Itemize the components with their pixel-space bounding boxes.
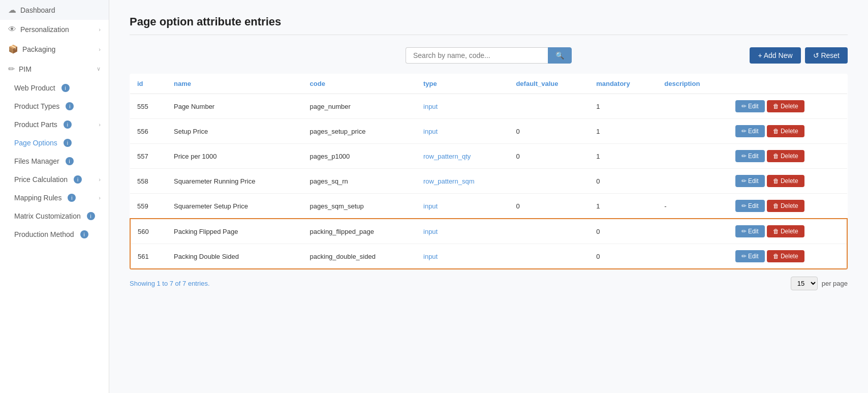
info-badge: i xyxy=(61,84,70,92)
info-badge: i xyxy=(80,230,88,238)
cell-mandatory: 0 xyxy=(589,244,657,269)
cell-default-value: 0 xyxy=(509,144,589,169)
sidebar-item-dashboard[interactable]: ☁ Dashboard xyxy=(0,0,109,20)
cell-type: row_pattern_qty xyxy=(416,144,509,169)
cloud-icon: ☁ xyxy=(8,5,16,15)
edit-button[interactable]: ✏ Edit xyxy=(735,250,765,262)
edit-button[interactable]: ✏ Edit xyxy=(735,125,765,137)
cell-actions: ✏ Edit🗑 Delete xyxy=(728,169,847,194)
cell-type: input xyxy=(416,119,509,144)
col-name[interactable]: name xyxy=(167,74,303,94)
cell-default-value xyxy=(509,169,589,194)
cell-actions: ✏ Edit🗑 Delete xyxy=(728,244,847,269)
sidebar-item-product-parts[interactable]: Product Parts i › xyxy=(0,115,109,134)
cell-type: input xyxy=(416,94,509,119)
edit-button[interactable]: ✏ Edit xyxy=(735,100,765,112)
search-area: 🔍 xyxy=(369,47,608,64)
sidebar-item-label: Packaging xyxy=(22,45,55,53)
delete-button[interactable]: 🗑 Delete xyxy=(767,100,804,112)
toolbar: 🔍 + Add New ↺ Reset xyxy=(130,47,848,64)
cell-type: row_pattern_sqm xyxy=(416,169,509,194)
search-input[interactable] xyxy=(406,47,548,64)
delete-button[interactable]: 🗑 Delete xyxy=(767,200,804,212)
data-table-wrapper: id name code type default_value mandator… xyxy=(130,74,848,269)
cell-actions: ✏ Edit🗑 Delete xyxy=(728,119,847,144)
info-badge: i xyxy=(68,194,76,202)
cell-name: Setup Price xyxy=(167,119,303,144)
sidebar-item-pim[interactable]: ✏ PIM ∨ xyxy=(0,59,109,79)
edit-button[interactable]: ✏ Edit xyxy=(735,175,765,187)
cell-default-value xyxy=(509,94,589,119)
cell-actions: ✏ Edit🗑 Delete xyxy=(728,219,847,244)
add-new-button[interactable]: + Add New xyxy=(750,47,800,64)
col-description[interactable]: description xyxy=(657,74,728,94)
sidebar-item-label: Files Manager xyxy=(14,157,59,165)
delete-button[interactable]: 🗑 Delete xyxy=(767,225,804,237)
sidebar-item-price-calculation[interactable]: Price Calculation i › xyxy=(0,170,109,189)
delete-button[interactable]: 🗑 Delete xyxy=(767,175,804,187)
sidebar-item-personalization[interactable]: 👁 Personalization › xyxy=(0,20,109,39)
eye-icon: 👁 xyxy=(8,25,16,34)
cell-code: pages_setup_price xyxy=(303,119,416,144)
col-actions xyxy=(728,74,847,94)
sidebar-item-page-options[interactable]: Page Options i xyxy=(0,134,109,152)
sidebar-item-packaging[interactable]: 📦 Packaging › xyxy=(0,39,109,59)
showing-text: Showing 1 to 7 of 7 entries. xyxy=(130,280,210,287)
table-header-row: id name code type default_value mandator… xyxy=(130,74,847,94)
sidebar-item-label: PIM xyxy=(19,65,32,73)
info-badge: i xyxy=(87,212,95,220)
edit-button[interactable]: ✏ Edit xyxy=(735,150,765,162)
sidebar-item-matrix-customization[interactable]: Matrix Customization i xyxy=(0,207,109,225)
col-id[interactable]: id xyxy=(130,74,167,94)
cell-mandatory: 0 xyxy=(589,219,657,244)
cell-mandatory: 0 xyxy=(589,169,657,194)
edit-button[interactable]: ✏ Edit xyxy=(735,225,765,237)
cell-name: Squaremeter Running Price xyxy=(167,169,303,194)
cell-id: 557 xyxy=(130,144,167,169)
sidebar-item-label: Price Calculation xyxy=(14,175,68,184)
delete-button[interactable]: 🗑 Delete xyxy=(767,250,804,262)
cell-code: page_number xyxy=(303,94,416,119)
per-page-area: 15 25 50 per page xyxy=(791,277,848,290)
col-code[interactable]: code xyxy=(303,74,416,94)
info-badge: i xyxy=(64,139,72,147)
cell-default-value xyxy=(509,219,589,244)
delete-button[interactable]: 🗑 Delete xyxy=(767,125,804,137)
sidebar: ☁ Dashboard 👁 Personalization › 📦 Packag… xyxy=(0,0,109,393)
sidebar-item-product-types[interactable]: Product Types i xyxy=(0,97,109,115)
chevron-down-icon: ∨ xyxy=(97,66,101,72)
cell-name: Price per 1000 xyxy=(167,144,303,169)
cell-name: Squaremeter Setup Price xyxy=(167,194,303,219)
delete-button[interactable]: 🗑 Delete xyxy=(767,150,804,162)
cell-actions: ✏ Edit🗑 Delete xyxy=(728,144,847,169)
table-footer: Showing 1 to 7 of 7 entries. 15 25 50 pe… xyxy=(130,269,848,297)
edit-button[interactable]: ✏ Edit xyxy=(735,200,765,212)
sidebar-item-web-product[interactable]: Web Product i xyxy=(0,79,109,97)
page-title: Page option attribute entries xyxy=(130,15,848,35)
chevron-right-icon: › xyxy=(99,195,101,201)
info-badge: i xyxy=(74,175,82,184)
sidebar-item-label: Dashboard xyxy=(20,6,55,14)
cell-id: 555 xyxy=(130,94,167,119)
per-page-select[interactable]: 15 25 50 xyxy=(791,277,818,290)
table-row: 557Price per 1000pages_p1000row_pattern_… xyxy=(130,144,847,169)
sidebar-item-mapping-rules[interactable]: Mapping Rules i › xyxy=(0,189,109,207)
col-type[interactable]: type xyxy=(416,74,509,94)
table-row: 561Packing Double Sidedpacking_double_si… xyxy=(130,244,847,269)
cell-description xyxy=(657,169,728,194)
table-row: 558Squaremeter Running Pricepages_sq_rnr… xyxy=(130,169,847,194)
cell-id: 556 xyxy=(130,119,167,144)
search-button[interactable]: 🔍 xyxy=(548,47,572,64)
sidebar-item-production-method[interactable]: Production Method i xyxy=(0,225,109,244)
cell-id: 561 xyxy=(130,244,167,269)
chevron-right-icon: › xyxy=(99,26,101,33)
action-buttons: + Add New ↺ Reset xyxy=(608,47,848,64)
cell-type: input xyxy=(416,244,509,269)
sidebar-item-files-manager[interactable]: Files Manager i xyxy=(0,152,109,170)
cell-actions: ✏ Edit🗑 Delete xyxy=(728,194,847,219)
col-mandatory[interactable]: mandatory xyxy=(589,74,657,94)
table-body: 555Page Numberpage_numberinput1✏ Edit🗑 D… xyxy=(130,94,847,269)
cell-code: pages_sq_rn xyxy=(303,169,416,194)
reset-button[interactable]: ↺ Reset xyxy=(805,47,848,64)
col-default-value[interactable]: default_value xyxy=(509,74,589,94)
